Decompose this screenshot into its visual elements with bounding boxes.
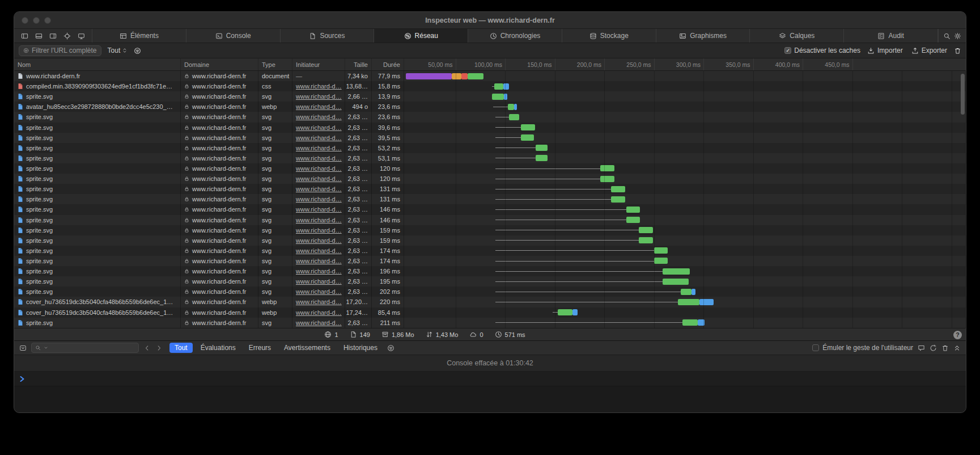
request-initiator[interactable]: www.richard-d… [296,155,342,162]
network-request-row[interactable]: cover_hu736519dc3b5040cfa48b6b559b6de6ec… [14,307,966,318]
request-initiator[interactable]: www.richard-d… [296,237,342,244]
network-request-row[interactable]: sprite.svgwww.richard-dern.frsvgwww.rich… [14,163,966,174]
column-header-domaine[interactable]: Domaine [181,58,258,70]
request-initiator[interactable]: www.richard-d… [296,268,342,275]
network-request-row[interactable]: sprite.svgwww.richard-dern.frsvgwww.rich… [14,235,966,246]
filter-options-icon[interactable] [134,47,141,54]
request-initiator[interactable]: www.richard-d… [296,103,342,110]
request-initiator[interactable]: www.richard-d… [296,165,342,172]
timeline-header[interactable]: 50,00 ms100,00 ms150,0 ms200,0 ms250,0 m… [404,58,966,70]
next-result-button[interactable] [155,344,163,352]
minimize-button[interactable] [33,17,40,24]
tab-console[interactable]: Console [186,29,281,43]
network-request-row[interactable]: sprite.svgwww.richard-dern.frsvgwww.rich… [14,194,966,204]
request-initiator[interactable]: www.richard-d… [296,227,342,234]
tab-audit[interactable]: Audit [844,29,938,43]
tab-chronologies[interactable]: Chronologies [468,29,562,43]
console-tab-erreurs[interactable]: Erreurs [244,343,276,353]
column-header-nom[interactable]: Nom [14,58,181,70]
network-request-row[interactable]: sprite.svgwww.richard-dern.frsvgwww.rich… [14,112,966,122]
request-initiator[interactable]: www.richard-d… [296,206,342,213]
close-button[interactable] [22,17,28,24]
network-request-row[interactable]: sprite.svgwww.richard-dern.frsvgwww.rich… [14,123,966,133]
network-request-row[interactable]: sprite.svgwww.richard-dern.frsvgwww.rich… [14,256,966,266]
request-initiator[interactable]: www.richard-d… [296,113,342,120]
column-header-duree[interactable]: Durée [372,58,404,70]
network-request-row[interactable]: sprite.svgwww.richard-dern.frsvgwww.rich… [14,174,966,184]
request-initiator[interactable]: www.richard-d… [296,298,342,305]
column-header-initiateur[interactable]: Initiateur [292,58,345,70]
request-initiator[interactable]: www.richard-d… [296,134,342,141]
zoom-button[interactable] [44,17,51,24]
console-prompt[interactable] [14,372,966,386]
request-initiator[interactable]: www.richard-d… [296,278,342,285]
help-button[interactable]: ? [953,331,962,339]
collapse-console-icon[interactable] [953,344,961,352]
network-request-row[interactable]: www.richard-dern.frwww.richard-dern.frdo… [14,71,966,81]
request-initiator[interactable]: www.richard-d… [296,186,342,192]
network-request-row[interactable]: sprite.svgwww.richard-dern.frsvgwww.rich… [14,133,966,143]
network-request-row[interactable]: sprite.svgwww.richard-dern.frsvgwww.rich… [14,276,966,287]
network-request-row[interactable]: sprite.svgwww.richard-dern.frsvgwww.rich… [14,287,966,297]
network-request-row[interactable]: sprite.svgwww.richard-dern.frsvgwww.rich… [14,143,966,153]
tab-elements[interactable]: Éléments [92,29,186,43]
emulate-gesture-checkbox[interactable]: ✓ Émuler le geste de l'utilisateur [812,344,913,352]
request-initiator[interactable]: www.richard-d… [296,247,342,254]
console-search-input[interactable] [31,343,139,353]
export-button[interactable]: Exporter [910,47,949,54]
console-filter-options-icon[interactable] [387,344,394,352]
request-initiator[interactable]: www.richard-d… [296,217,342,224]
device-settings-icon[interactable] [78,32,85,40]
network-request-row[interactable]: sprite.svgwww.richard-dern.frsvgwww.rich… [14,215,966,225]
request-initiator[interactable]: www.richard-d… [296,309,342,316]
network-request-row[interactable]: sprite.svgwww.richard-dern.frsvgwww.rich… [14,204,966,214]
toggle-right-sidebar-icon[interactable] [49,32,57,40]
network-request-row[interactable]: sprite.svgwww.richard-dern.frsvgwww.rich… [14,153,966,163]
network-request-row[interactable]: cover_hu736519dc3b5040cfa48b6b559b6de6ec… [14,297,966,307]
gear-icon[interactable] [954,32,961,40]
search-icon[interactable] [943,32,951,40]
resource-type-select[interactable]: Tout [107,47,129,54]
url-filter-input[interactable]: Filtrer l'URL complète [19,45,101,56]
tab-stockage[interactable]: Stockage [562,29,656,43]
toggle-bottom-drawer-icon[interactable] [35,32,43,40]
console-messages-icon[interactable] [918,344,925,352]
request-initiator[interactable]: www.richard-d… [296,145,342,151]
tab-graphismes[interactable]: Graphismes [656,29,750,43]
network-request-row[interactable]: sprite.svgwww.richard-dern.frsvgwww.rich… [14,318,966,328]
request-initiator[interactable]: www.richard-d… [296,175,342,182]
request-initiator[interactable]: www.richard-d… [296,288,342,295]
console-tab-historiques[interactable]: Historiques [338,343,383,353]
clear-network-trash-icon[interactable] [954,47,961,54]
request-initiator[interactable]: www.richard-d… [296,196,342,203]
request-initiator[interactable]: www.richard-d… [296,93,342,100]
console-tab-avertissements[interactable]: Avertissements [279,343,336,353]
request-initiator[interactable]: www.richard-d… [296,258,342,264]
refresh-icon[interactable] [930,344,937,352]
clear-console-trash-icon[interactable] [941,344,949,352]
network-request-row[interactable]: sprite.svgwww.richard-dern.frsvgwww.rich… [14,266,966,276]
network-request-row[interactable]: compiled.min.38390909f303624ed9e1cf1bd3f… [14,81,966,91]
request-initiator[interactable]: www.richard-d… [296,124,342,131]
import-button[interactable]: Importer [866,47,905,54]
previous-result-button[interactable] [143,344,151,352]
network-request-row[interactable]: sprite.svgwww.richard-dern.frsvgwww.rich… [14,91,966,102]
toggle-left-sidebar-icon[interactable] [21,32,28,40]
disable-caches-checkbox[interactable]: ✓ Désactiver les caches [784,47,860,54]
console-tab-tout[interactable]: Tout [169,343,193,353]
column-header-taille[interactable]: Taille [345,58,372,70]
table-scrollbar-thumb[interactable] [961,74,965,115]
tab-reseau[interactable]: Réseau [374,29,468,43]
network-request-row[interactable]: avatar_hu85ecc3e298728880b0bde2dcc4e5c23… [14,102,966,112]
network-request-row[interactable]: sprite.svgwww.richard-dern.frsvgwww.rich… [14,246,966,256]
element-selection-icon[interactable] [63,32,71,40]
tab-calques[interactable]: Calques [750,29,844,43]
network-request-row[interactable]: sprite.svgwww.richard-dern.frsvgwww.rich… [14,184,966,194]
console-tab-evaluations[interactable]: Évaluations [196,343,241,353]
console-scope-icon[interactable] [19,344,27,352]
request-initiator[interactable]: www.richard-d… [296,83,342,90]
column-header-type[interactable]: Type [258,58,292,70]
tab-sources[interactable]: Sources [281,29,375,43]
request-initiator[interactable]: www.richard-d… [296,319,342,326]
network-request-row[interactable]: sprite.svgwww.richard-dern.frsvgwww.rich… [14,225,966,235]
